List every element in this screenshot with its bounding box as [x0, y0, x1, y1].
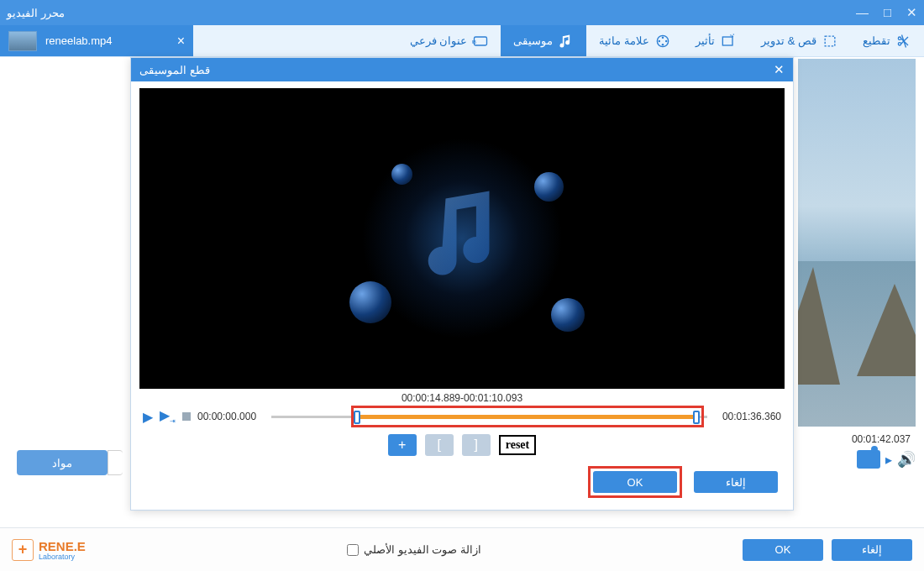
tab-effect[interactable]: تأثير [683, 25, 748, 56]
svg-text:SUB: SUB [472, 39, 476, 44]
dialog-ok-button[interactable]: OK [593, 471, 677, 493]
tab-subtitle[interactable]: SUB عنوان فرعي [397, 25, 501, 56]
title-bar: محرر الفيديو — □ ✕ [0, 0, 924, 25]
dialog-close-icon[interactable]: ✕ [774, 62, 785, 77]
minimize-icon[interactable]: — [856, 5, 869, 20]
svg-point-5 [665, 39, 668, 42]
scissors-icon [895, 33, 912, 50]
subtitle-icon: SUB [472, 33, 489, 50]
dialog-preview [139, 88, 785, 389]
svg-rect-0 [825, 36, 835, 46]
svg-point-6 [662, 43, 664, 45]
dialog-cancel-button[interactable]: إلغاء [694, 471, 778, 493]
file-thumb-icon [8, 31, 37, 51]
ok-highlight: OK [588, 466, 682, 498]
play-icon[interactable]: ▶ [143, 409, 153, 425]
dialog-range-label: 00:00:14.889-00:01:10.093 [131, 392, 793, 404]
file-name: reneelab.mp4 [45, 34, 113, 47]
main-area: 00:01:42.037 ▸ 🔊 مواد قطع الموسيقى ✕ 00:… [0, 57, 924, 527]
svg-point-4 [659, 39, 661, 42]
snapshot-icon[interactable] [857, 450, 880, 469]
dialog-titlebar[interactable]: قطع الموسيقى ✕ [131, 58, 793, 81]
video-preview [798, 59, 916, 427]
remove-audio-checkbox[interactable]: ازالة صوت الفيديو الأصلي [347, 543, 481, 556]
toggle-preview-icon[interactable]: ▸ [885, 452, 892, 468]
crop-icon [822, 33, 838, 50]
track-end-time: 00:01:36.360 [714, 411, 781, 422]
remove-audio-input[interactable] [347, 544, 359, 556]
track-start-time: 00:00:00.000 [197, 411, 265, 422]
set-end-button[interactable]: ] [462, 434, 491, 456]
brand-logo: RENE.E Laboratory [12, 539, 86, 561]
tab-music[interactable]: موسيقى [501, 25, 586, 56]
preview-time: 00:01:42.037 [852, 433, 911, 445]
stop-icon[interactable] [182, 412, 191, 421]
tabs-row: reneelab.mp4 × تقطيع قص & تدوير تأثير عل… [0, 25, 924, 57]
trim-track[interactable] [271, 409, 707, 424]
volume-icon[interactable]: 🔊 [897, 450, 916, 469]
wand-icon [720, 33, 737, 50]
tab-watermark[interactable]: علامة مائية [586, 25, 683, 56]
materials-button[interactable]: مواد [17, 450, 108, 475]
set-start-button[interactable]: [ [425, 434, 454, 456]
svg-rect-1 [722, 37, 732, 45]
close-icon[interactable]: ✕ [906, 5, 917, 20]
file-tab-close-icon[interactable]: × [177, 34, 185, 49]
toolbar: تقطيع قص & تدوير تأثير علامة مائية موسيق… [193, 25, 924, 56]
trim-handle-end[interactable] [693, 411, 700, 424]
tab-crop-rotate[interactable]: قص & تدوير [748, 25, 850, 56]
logo-icon [12, 539, 34, 561]
materials-decor [108, 450, 123, 475]
music-icon [558, 33, 575, 50]
add-segment-button[interactable]: + [388, 434, 417, 456]
play-range-icon[interactable]: ▶⇥ [160, 407, 176, 425]
svg-point-3 [662, 36, 664, 39]
maximize-icon[interactable]: □ [884, 5, 891, 20]
reel-icon [654, 33, 671, 50]
window-title: محرر الفيديو [7, 7, 65, 19]
reset-button[interactable]: reset [499, 435, 537, 455]
footer-ok-button[interactable]: OK [743, 539, 823, 561]
trim-handle-start[interactable] [354, 411, 360, 424]
dialog-title: قطع الموسيقى [139, 64, 210, 76]
footer-cancel-button[interactable]: إلغاء [832, 539, 912, 561]
music-trim-dialog: قطع الموسيقى ✕ 00:00:14.889-00:01:10.093… [130, 57, 794, 511]
file-tab[interactable]: reneelab.mp4 × [0, 25, 193, 56]
footer: RENE.E Laboratory ازالة صوت الفيديو الأص… [0, 527, 924, 571]
tab-trim[interactable]: تقطيع [850, 25, 924, 56]
